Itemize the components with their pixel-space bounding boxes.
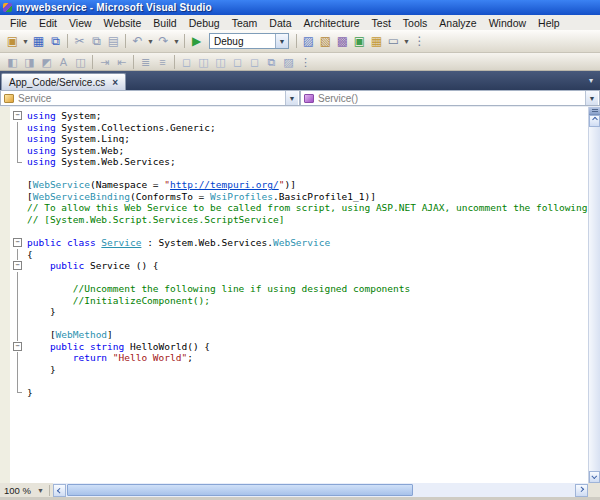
- scroll-left-button[interactable]: [53, 484, 66, 497]
- menu-help[interactable]: Help: [532, 16, 566, 30]
- code-line-1[interactable]: −using System;: [0, 110, 588, 122]
- toggle-bookmark-icon[interactable]: ◻: [178, 55, 195, 69]
- menu-data[interactable]: Data: [263, 16, 297, 30]
- code-line-5[interactable]: using System.Web.Services;: [0, 156, 588, 168]
- code-editor[interactable]: −using System;using System.Collections.G…: [0, 107, 588, 483]
- code-line-12[interactable]: −public class Service : System.Web.Servi…: [0, 237, 588, 249]
- code-line-22[interactable]: return "Hello World";: [0, 352, 588, 364]
- dropdown-caret-icon[interactable]: ▼: [402, 38, 411, 45]
- menu-team[interactable]: Team: [226, 16, 264, 30]
- indent-icon[interactable]: ⇥: [96, 55, 113, 69]
- vertical-scrollbar[interactable]: [588, 107, 600, 483]
- tab-list-chevron-icon[interactable]: ▾: [589, 76, 593, 85]
- horizontal-scrollbar-thumb[interactable]: [67, 484, 413, 496]
- menu-architecture[interactable]: Architecture: [298, 16, 366, 30]
- code-line-17[interactable]: //InitializeComponent();: [0, 295, 588, 307]
- new-item-icon[interactable]: ▣: [4, 33, 21, 49]
- solution-explorer-icon[interactable]: ▧: [317, 33, 334, 49]
- code-line-11[interactable]: [0, 225, 588, 237]
- code-line-25[interactable]: }: [0, 387, 588, 399]
- next-bookmark-icon[interactable]: ◫: [212, 55, 229, 69]
- code-line-2[interactable]: using System.Collections.Generic;: [0, 122, 588, 134]
- code-line-19[interactable]: [0, 318, 588, 330]
- split-window-handle[interactable]: [589, 107, 600, 115]
- horizontal-scrollbar[interactable]: [53, 483, 588, 497]
- undo-icon[interactable]: ↶: [129, 33, 146, 49]
- zoom-caret-icon[interactable]: ▼: [37, 487, 44, 494]
- fold-collapse-box[interactable]: −: [0, 237, 27, 249]
- menu-tools[interactable]: Tools: [397, 16, 434, 30]
- types-dropdown[interactable]: Service ▼: [0, 90, 300, 106]
- paste-icon[interactable]: ▤: [105, 33, 122, 49]
- code-line-20[interactable]: [WebMethod]: [0, 329, 588, 341]
- code-line-10[interactable]: // [System.Web.Script.Services.ScriptSer…: [0, 214, 588, 226]
- menu-test[interactable]: Test: [366, 16, 397, 30]
- toolbox-icon[interactable]: ▦: [368, 33, 385, 49]
- menu-file[interactable]: File: [4, 16, 33, 30]
- menu-website[interactable]: Website: [98, 16, 148, 30]
- start-debugging-icon[interactable]: ▶: [188, 33, 205, 49]
- code-line-24[interactable]: [0, 376, 588, 388]
- toolbar-overflow-icon[interactable]: ⋮: [411, 33, 428, 49]
- solution-configurations-combo[interactable]: Debug▼: [209, 33, 289, 49]
- scroll-up-button[interactable]: [589, 115, 600, 127]
- menu-analyze[interactable]: Analyze: [433, 16, 482, 30]
- cut-icon[interactable]: ✂: [71, 33, 88, 49]
- menu-view[interactable]: View: [63, 16, 98, 30]
- code-line-6[interactable]: [0, 168, 588, 180]
- code-line-13[interactable]: {: [0, 249, 588, 261]
- outdent-icon[interactable]: ⇤: [113, 55, 130, 69]
- font-size-icon[interactable]: A: [55, 55, 72, 69]
- next-bookmark-folder-icon[interactable]: ◻: [246, 55, 263, 69]
- code-line-21[interactable]: − public string HelloWorld() {: [0, 341, 588, 353]
- combo-caret-icon[interactable]: ▼: [275, 34, 288, 48]
- menu-window[interactable]: Window: [483, 16, 532, 30]
- dropdown-caret-icon[interactable]: ▼: [21, 38, 30, 45]
- scroll-down-button[interactable]: [589, 471, 600, 483]
- command-window-icon[interactable]: ▭: [385, 33, 402, 49]
- members-dropdown-caret-icon[interactable]: ▼: [585, 91, 598, 105]
- zoom-control[interactable]: 100 % ▼: [0, 483, 46, 497]
- tab-close-icon[interactable]: ×: [112, 77, 118, 88]
- fold-collapse-box[interactable]: −: [0, 260, 27, 272]
- object-browser-icon[interactable]: ▣: [351, 33, 368, 49]
- fold-collapse-box[interactable]: −: [0, 341, 27, 353]
- code-line-18[interactable]: }: [0, 306, 588, 318]
- find-in-files-icon[interactable]: ▨: [300, 33, 317, 49]
- dropdown-caret-icon[interactable]: ▼: [172, 38, 181, 45]
- select-pointer-icon[interactable]: ◨: [21, 55, 38, 69]
- toolbar2-overflow-icon[interactable]: ⋮: [297, 55, 314, 69]
- types-dropdown-caret-icon[interactable]: ▼: [285, 91, 298, 105]
- members-dropdown[interactable]: Service() ▼: [300, 90, 600, 106]
- properties-window-icon[interactable]: ▩: [334, 33, 351, 49]
- tab-app-code-service-cs[interactable]: App_Code/Service.cs ×: [1, 73, 126, 90]
- menu-edit[interactable]: Edit: [33, 16, 63, 30]
- fold-collapse-box[interactable]: −: [0, 110, 27, 122]
- code-line-23[interactable]: }: [0, 364, 588, 376]
- display-control-outline-icon[interactable]: ◧: [4, 55, 21, 69]
- menu-debug[interactable]: Debug: [183, 16, 226, 30]
- code-line-7[interactable]: [WebService(Namespace = "http://tempuri.…: [0, 179, 588, 191]
- prev-bookmark-folder-icon[interactable]: ◻: [229, 55, 246, 69]
- code-line-15[interactable]: [0, 272, 588, 284]
- dropdown-caret-icon[interactable]: ▼: [146, 38, 155, 45]
- copy-icon[interactable]: ⧉: [88, 33, 105, 49]
- redo-icon[interactable]: ↷: [155, 33, 172, 49]
- scroll-right-button[interactable]: [575, 484, 588, 497]
- code-line-14[interactable]: − public Service () {: [0, 260, 588, 272]
- bookmark-window-icon[interactable]: ▨: [280, 55, 297, 69]
- code-line-16[interactable]: //Uncomment the following line if using …: [0, 283, 588, 295]
- code-line-9[interactable]: // To allow this Web Service to be calle…: [0, 202, 588, 214]
- code-line-8[interactable]: [WebServiceBinding(ConformsTo = WsiProfi…: [0, 191, 588, 203]
- save-all-icon[interactable]: ⧉: [47, 33, 64, 49]
- code-line-3[interactable]: using System.Linq;: [0, 133, 588, 145]
- code-line-4[interactable]: using System.Web;: [0, 145, 588, 157]
- comment-lines-icon[interactable]: ≣: [137, 55, 154, 69]
- prev-bookmark-icon[interactable]: ◫: [195, 55, 212, 69]
- grid-icon[interactable]: ◫: [72, 55, 89, 69]
- clear-bookmarks-icon[interactable]: ⧉: [263, 55, 280, 69]
- menu-build[interactable]: Build: [147, 16, 182, 30]
- save-icon[interactable]: ▦: [30, 33, 47, 49]
- pointer-alt-icon[interactable]: ◩: [38, 55, 55, 69]
- uncomment-lines-icon[interactable]: ≡: [154, 55, 171, 69]
